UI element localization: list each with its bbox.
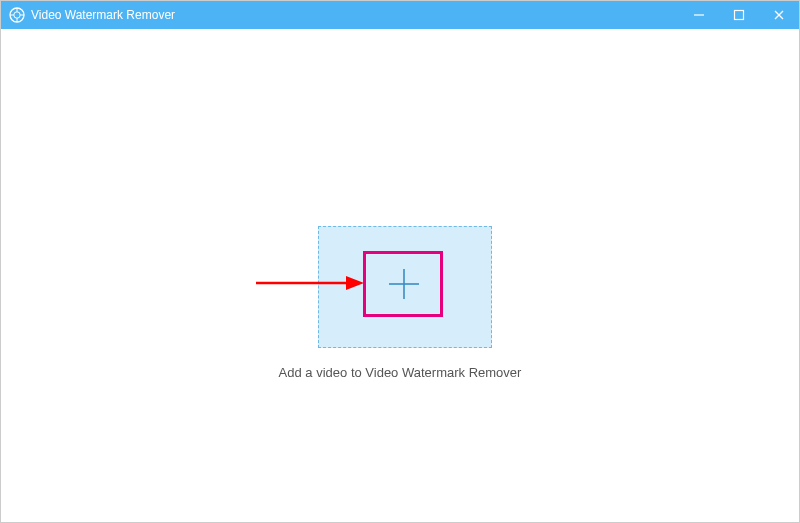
minimize-icon xyxy=(693,9,705,21)
add-video-dropzone[interactable] xyxy=(318,226,492,348)
app-window: Video Watermark Remover xyxy=(0,0,800,523)
titlebar: Video Watermark Remover xyxy=(1,1,799,29)
svg-rect-7 xyxy=(735,11,744,20)
minimize-button[interactable] xyxy=(679,1,719,29)
close-button[interactable] xyxy=(759,1,799,29)
svg-point-1 xyxy=(14,12,20,18)
app-title: Video Watermark Remover xyxy=(31,8,175,22)
app-logo-icon xyxy=(9,7,25,23)
content-area: Add a video to Video Watermark Remover xyxy=(1,29,799,522)
dropzone-caption: Add a video to Video Watermark Remover xyxy=(1,365,799,380)
maximize-button[interactable] xyxy=(719,1,759,29)
close-icon xyxy=(773,9,785,21)
maximize-icon xyxy=(733,9,745,21)
